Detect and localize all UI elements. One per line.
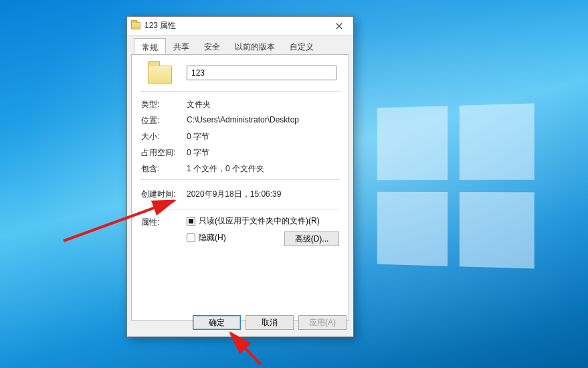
row-contains: 包含: 1 个文件，0 个文件夹 bbox=[141, 163, 339, 175]
cancel-button[interactable]: 取消 bbox=[246, 315, 294, 330]
attributes-area: 只读(仅应用于文件夹中的文件)(R) 隐藏(H) 高级(D)... bbox=[187, 215, 339, 249]
hidden-label: 隐藏(H) bbox=[199, 232, 226, 244]
separator bbox=[140, 91, 340, 92]
readonly-checkbox-row[interactable]: 只读(仅应用于文件夹中的文件)(R) bbox=[187, 215, 339, 227]
row-created: 创建时间: 2020年9月18日，15:06:39 bbox=[141, 189, 339, 200]
type-label: 类型: bbox=[141, 99, 187, 110]
disk-value: 0 字节 bbox=[187, 147, 209, 159]
tab-panel-general: 类型: 文件夹 位置: C:\Users\Administrator\Deskt… bbox=[131, 54, 349, 320]
attr-label: 属性: bbox=[141, 217, 187, 228]
readonly-checkbox-indeterminate[interactable] bbox=[187, 217, 195, 225]
created-value: 2020年9月18日，15:06:39 bbox=[187, 189, 281, 200]
row-size: 大小: 0 字节 bbox=[141, 131, 339, 143]
tab-strip: 常规 共享 安全 以前的版本 自定义 bbox=[127, 35, 353, 54]
created-label: 创建时间: bbox=[141, 189, 187, 200]
row-size-on-disk: 占用空间: 0 字节 bbox=[141, 147, 339, 159]
folder-icon bbox=[131, 22, 140, 29]
row-type: 类型: 文件夹 bbox=[141, 99, 339, 110]
size-value: 0 字节 bbox=[187, 131, 209, 143]
location-label: 位置: bbox=[141, 115, 187, 126]
row-location: 位置: C:\Users\Administrator\Desktop bbox=[141, 115, 339, 126]
tab-sharing[interactable]: 共享 bbox=[166, 38, 197, 54]
readonly-label: 只读(仅应用于文件夹中的文件)(R) bbox=[199, 215, 320, 227]
properties-dialog: 123 属性 常规 共享 安全 以前的版本 自定义 类型: 文件夹 位置: C:… bbox=[126, 16, 354, 337]
window-title: 123 属性 bbox=[144, 20, 176, 31]
ok-button[interactable]: 确定 bbox=[193, 315, 241, 330]
folder-large-icon bbox=[148, 66, 172, 84]
apply-button: 应用(A) bbox=[298, 315, 347, 330]
dialog-button-row: 确定 取消 应用(A) bbox=[193, 315, 347, 330]
tab-previous-versions[interactable]: 以前的版本 bbox=[227, 38, 282, 54]
hidden-checkbox[interactable] bbox=[187, 234, 195, 242]
disk-label: 占用空间: bbox=[141, 147, 187, 159]
windows-logo bbox=[377, 104, 534, 269]
titlebar[interactable]: 123 属性 bbox=[127, 17, 353, 35]
type-value: 文件夹 bbox=[187, 99, 211, 110]
location-value: C:\Users\Administrator\Desktop bbox=[187, 115, 299, 126]
close-button[interactable] bbox=[325, 17, 353, 35]
separator bbox=[140, 209, 340, 209]
advanced-button[interactable]: 高级(D)... bbox=[284, 232, 339, 246]
contains-value: 1 个文件，0 个文件夹 bbox=[187, 163, 264, 175]
size-label: 大小: bbox=[141, 131, 187, 143]
contains-label: 包含: bbox=[141, 163, 187, 175]
tab-general[interactable]: 常规 bbox=[134, 38, 166, 54]
close-icon bbox=[336, 23, 342, 29]
separator bbox=[140, 179, 340, 180]
folder-name-input[interactable] bbox=[187, 66, 336, 80]
tab-security[interactable]: 安全 bbox=[197, 38, 227, 54]
tab-customize[interactable]: 自定义 bbox=[282, 38, 321, 54]
